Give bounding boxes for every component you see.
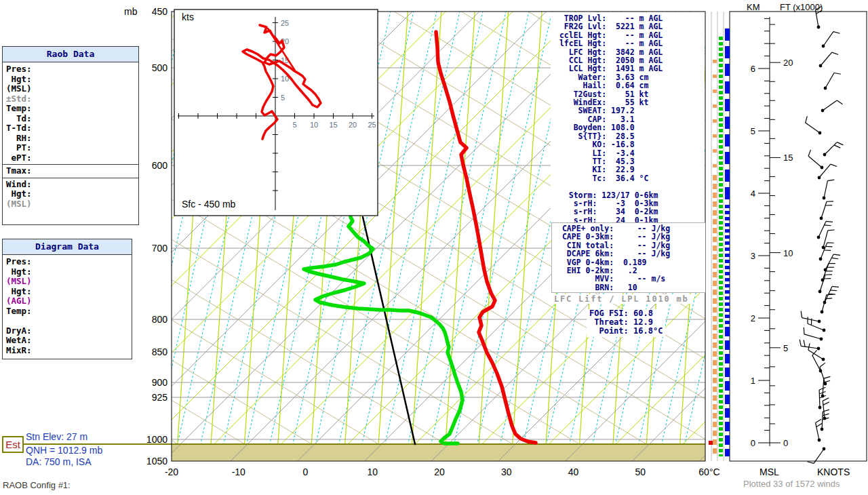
field-label: [3, 316, 132, 326]
field-label: Pres:: [3, 257, 132, 267]
svg-text:50: 50: [635, 467, 646, 477]
station-qnh: QNH = 1012.9 mb: [26, 445, 102, 456]
field-label: Td:: [3, 114, 138, 124]
raob-config-label: RAOB Config #1:: [3, 480, 71, 490]
plotted-winds-note: Plotted 33 of 1572 winds: [743, 479, 840, 489]
field-label: RH:: [3, 134, 138, 144]
strip-orange-column: [713, 60, 717, 175]
field-label: Wind:: [3, 180, 138, 190]
strip-blue-column: [725, 327, 730, 456]
field-label: T-Td:: [3, 123, 138, 134]
field-label: Hgt:: [3, 189, 138, 199]
sounding-indices-block: TROP Lvl: -- m AGL FR2G Lvl: 5221 m AGL …: [555, 14, 663, 224]
raob-application-window: 45050060070080085090092510001050-20-1001…: [0, 0, 868, 495]
svg-text:20: 20: [783, 58, 793, 68]
cape-indices-box: CAPE+ only: -- J/kg CAPE 0-3km: -- J/kg …: [551, 222, 705, 293]
svg-text:30: 30: [501, 467, 512, 477]
svg-text:1050: 1050: [146, 456, 167, 467]
raob-tmax-field: Tmax:: [3, 164, 138, 176]
station-elevation: Stn Elev: 27 m: [26, 431, 87, 442]
knots-label: KNOTS: [817, 467, 850, 477]
diagram-data-fields: Pres: Hgt:(MSL) Hgt:(AGL)Temp: DryA:WetA…: [3, 255, 132, 355]
svg-text:60: 60: [698, 467, 709, 477]
svg-text:3: 3: [751, 251, 755, 261]
est-label: Est: [5, 439, 20, 450]
field-label: WetA:: [3, 336, 132, 346]
hodograph-units-label: kts: [182, 12, 194, 22]
field-label: ePT:: [3, 153, 138, 163]
svg-text:40: 40: [568, 467, 579, 477]
svg-text:0: 0: [303, 467, 309, 477]
svg-text:5: 5: [751, 126, 755, 136]
field-label: Hgt:: [3, 267, 132, 277]
strip-blue-column: [725, 28, 730, 205]
hodograph-layer-label: Sfc - 450 mb: [182, 199, 235, 210]
msl-label: MSL: [760, 467, 779, 477]
svg-text:15: 15: [783, 153, 793, 163]
field-label: Hgt:: [3, 75, 138, 85]
pressure-unit-label: mb: [124, 6, 137, 17]
svg-text:850: 850: [152, 346, 168, 357]
svg-text:0: 0: [783, 438, 788, 448]
ft-axis-label: FT (x1000): [780, 2, 823, 12]
field-label: (MSL): [3, 199, 138, 210]
svg-text:-20: -20: [165, 467, 178, 477]
svg-text:800: 800: [152, 314, 168, 325]
strip-blue-column: [725, 205, 730, 327]
svg-text:1: 1: [751, 376, 755, 386]
station-density-altitude: DA: 750 m, ISA: [26, 456, 91, 467]
lfc-lift-note: LFC Lift / LPL 1010 mb: [554, 294, 693, 304]
cape-indices-block: CAPE+ only: -- J/kg CAPE 0-3km: -- J/kg …: [557, 224, 705, 292]
svg-text:10: 10: [783, 248, 793, 258]
km-axis-label: KM: [747, 2, 760, 12]
svg-text:600: 600: [152, 160, 168, 171]
field-label: PT:: [3, 143, 138, 153]
svg-text:5: 5: [281, 94, 285, 102]
field-label: Temp:: [3, 306, 132, 317]
field-label: DryA:: [3, 326, 132, 336]
svg-text:10: 10: [368, 467, 378, 477]
svg-text:900: 900: [152, 377, 168, 388]
raob-wind-fields: Wind: Hgt:(MSL): [3, 178, 138, 210]
field-label: MixR:: [3, 346, 132, 356]
svg-text:25: 25: [368, 121, 376, 129]
surface-marker: [709, 441, 713, 445]
svg-text:10: 10: [310, 121, 318, 129]
svg-text:25: 25: [281, 19, 289, 27]
diagram-data-panel: Diagram Data Pres: Hgt:(MSL) Hgt:(AGL)Te…: [2, 239, 132, 359]
raob-data-panel: Raob Data Pres: Hgt:(MSL)±Std:Temp: Td:T…: [2, 46, 139, 225]
svg-text:700: 700: [152, 243, 168, 254]
svg-text:15: 15: [329, 121, 337, 129]
field-label: Pres:: [3, 64, 138, 75]
raob-data-panel-title: Raob Data: [3, 47, 138, 62]
station-estimate-badge: Est: [2, 436, 24, 453]
degrees-c-label: °C: [709, 467, 720, 477]
field-label: Temp:: [3, 104, 138, 114]
svg-text:5: 5: [783, 343, 788, 353]
svg-text:2: 2: [751, 313, 755, 323]
svg-text:6: 6: [751, 64, 755, 74]
svg-text:4: 4: [751, 189, 755, 199]
raob-data-fields: Pres: Hgt:(MSL)±Std:Temp: Td:T-Td: RH: P…: [3, 62, 138, 163]
strip-orange-column: [713, 175, 717, 456]
fog-indices-block: FOG FSI: 60.8 Threat: 12.9 Point: 16.8°C: [587, 309, 665, 337]
svg-text:450: 450: [152, 6, 168, 17]
svg-text:925: 925: [152, 392, 168, 403]
svg-text:0: 0: [751, 438, 755, 448]
field-label: (MSL): [3, 84, 138, 94]
svg-text:20: 20: [434, 467, 445, 477]
field-label: (MSL): [3, 277, 132, 287]
svg-text:-10: -10: [232, 467, 245, 477]
diagram-data-panel-title: Diagram Data: [3, 239, 132, 255]
svg-text:1000: 1000: [146, 434, 167, 445]
field-label: ±Std:: [3, 94, 138, 104]
field-label: Hgt:: [3, 287, 132, 297]
strip-green-column: [719, 37, 723, 456]
svg-text:5: 5: [292, 121, 296, 129]
svg-text:20: 20: [349, 121, 357, 129]
svg-text:500: 500: [152, 62, 168, 73]
field-label: (AGL): [3, 296, 132, 306]
